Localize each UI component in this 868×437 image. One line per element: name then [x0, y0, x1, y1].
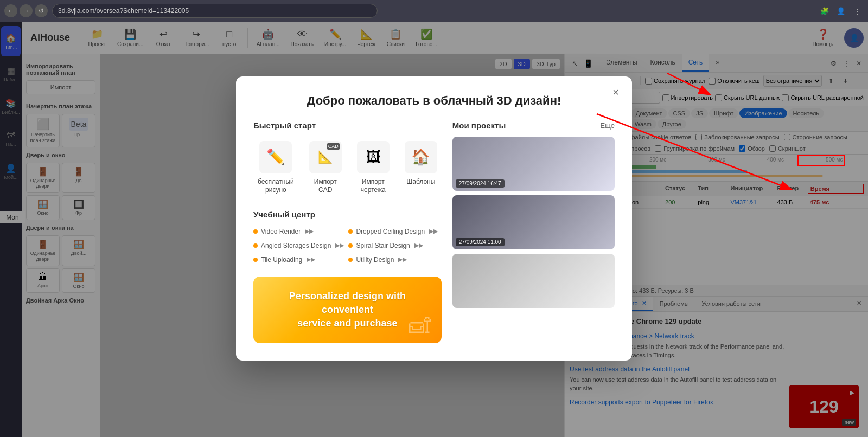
edu-dot-1 — [348, 229, 353, 234]
edu-video-icon-2: ▶▶ — [335, 242, 344, 249]
nav-buttons: ← → ↺ — [4, 4, 48, 17]
edu-video-icon-3: ▶▶ — [414, 242, 423, 249]
project-item-1[interactable]: 27/09/2024 11:00 — [452, 195, 615, 249]
modal-dialog: × Добро пожаловать в облачный 3D дизайн!… — [236, 76, 632, 361]
qs-icon-draw: ✏️ — [259, 141, 292, 173]
edu-dot-5 — [348, 258, 353, 262]
qs-label-drawing: Импорт чертежа — [357, 178, 390, 195]
qs-icon-cad: 📐 CAD — [309, 141, 342, 173]
edu-title: Учебный центр — [253, 210, 442, 219]
projects-more[interactable]: Еще — [601, 121, 615, 130]
edu-item-3[interactable]: Spiral Stair Design ▶▶ — [348, 240, 441, 252]
edu-dot-0 — [253, 229, 258, 234]
modal-title: Добро пожаловать в облачный 3D дизайн! — [253, 94, 615, 108]
project-item-0[interactable]: 27/09/2024 16:47 — [452, 137, 615, 191]
forward-button[interactable]: → — [20, 4, 33, 17]
edu-video-icon-0: ▶▶ — [305, 228, 314, 235]
quick-start-grid: ✏️ бесплатный рисуно 📐 CAD Импорт CAD 🖼 — [253, 137, 442, 199]
url-text: 3d.3vjia.com/oversea?SchemeId=113422005 — [58, 7, 189, 15]
edu-item-5[interactable]: Utility Design ▶▶ — [348, 254, 441, 266]
modal-close-button[interactable]: × — [608, 85, 623, 100]
modal-banner: Personalized design with convenientservi… — [253, 277, 442, 344]
edu-item-2[interactable]: Angled Storages Design ▶▶ — [253, 240, 346, 252]
edu-item-1[interactable]: Dropped Ceiling Design ▶▶ — [348, 226, 441, 237]
qs-item-draw[interactable]: ✏️ бесплатный рисуно — [253, 137, 298, 199]
back-button[interactable]: ← — [4, 4, 17, 17]
browser-chrome: ← → ↺ 3d.3vjia.com/oversea?SchemeId=1134… — [0, 0, 868, 22]
project-thumb-2 — [452, 254, 615, 308]
profile-button[interactable]: 👤 — [834, 4, 847, 17]
projects-title: Мои проекты — [452, 121, 506, 130]
edu-list: Video Render ▶▶ Dropped Ceiling Design ▶… — [253, 226, 442, 266]
banner-deco: 🛋 — [409, 313, 431, 338]
qs-icon-drawing: 🖼 — [357, 141, 390, 173]
quick-start-section: Быстрый старт ✏️ бесплатный рисуно 📐 CAD… — [253, 121, 442, 199]
edu-dot-3 — [348, 243, 353, 248]
modal-projects: Мои проекты Еще 27/09/2024 16:47 27/09/2… — [452, 121, 615, 344]
edu-item-5-label: Utility Design — [356, 256, 394, 264]
edu-item-0[interactable]: Video Render ▶▶ — [253, 226, 346, 237]
browser-actions: 🧩 👤 ⋮ — [818, 4, 864, 17]
qs-label-cad: Импорт CAD — [309, 178, 342, 195]
cad-icon-shape: 📐 — [318, 150, 333, 164]
more-button[interactable]: ⋮ — [851, 4, 864, 17]
cad-badge: CAD — [327, 143, 340, 150]
quick-start-title: Быстрый старт — [253, 121, 442, 130]
extensions-button[interactable]: 🧩 — [818, 4, 831, 17]
modal-two-col: Быстрый старт ✏️ бесплатный рисуно 📐 CAD… — [253, 121, 615, 344]
project-item-2[interactable] — [452, 254, 615, 308]
projects-header: Мои проекты Еще — [452, 121, 615, 130]
banner-text: Personalized design with convenientservi… — [266, 290, 429, 331]
edu-section: Учебный центр Video Render ▶▶ Dropped Ce… — [253, 210, 442, 266]
qs-item-drawing[interactable]: 🖼 Импорт чертежа — [353, 137, 394, 199]
edu-item-2-label: Angled Storages Design — [261, 242, 331, 249]
refresh-button[interactable]: ↺ — [35, 4, 48, 17]
qs-label-templates: Шаблоны — [406, 178, 435, 187]
edu-item-0-label: Video Render — [261, 228, 301, 235]
modal-left-col: Быстрый старт ✏️ бесплатный рисуно 📐 CAD… — [253, 121, 442, 344]
edu-item-3-label: Spiral Stair Design — [356, 242, 410, 249]
qs-item-cad[interactable]: 📐 CAD Импорт CAD — [305, 137, 346, 199]
edu-video-icon-5: ▶▶ — [398, 256, 407, 263]
qs-label-draw: бесплатный рисуно — [258, 178, 294, 195]
modal-overlay[interactable]: × Добро пожаловать в облачный 3D дизайн!… — [0, 0, 868, 437]
project-date-1: 27/09/2024 11:00 — [456, 238, 505, 246]
edu-video-icon-1: ▶▶ — [429, 228, 438, 235]
edu-dot-4 — [253, 258, 258, 262]
edu-video-icon-4: ▶▶ — [307, 256, 315, 263]
address-bar[interactable]: 3d.3vjia.com/oversea?SchemeId=113422005 — [52, 4, 378, 18]
edu-item-4-label: Tile Uploading — [261, 256, 302, 264]
project-list: 27/09/2024 16:47 27/09/2024 11:00 — [452, 137, 615, 308]
project-date-0: 27/09/2024 16:47 — [456, 179, 505, 188]
qs-item-templates[interactable]: 🏠 Шаблоны — [400, 137, 442, 199]
edu-item-4[interactable]: Tile Uploading ▶▶ — [253, 254, 346, 266]
edu-dot-2 — [253, 243, 258, 248]
project-thumb-0: 27/09/2024 16:47 — [452, 137, 615, 191]
project-thumb-1: 27/09/2024 11:00 — [452, 195, 615, 249]
qs-icon-templates: 🏠 — [405, 141, 437, 173]
edu-item-1-label: Dropped Ceiling Design — [356, 228, 425, 235]
